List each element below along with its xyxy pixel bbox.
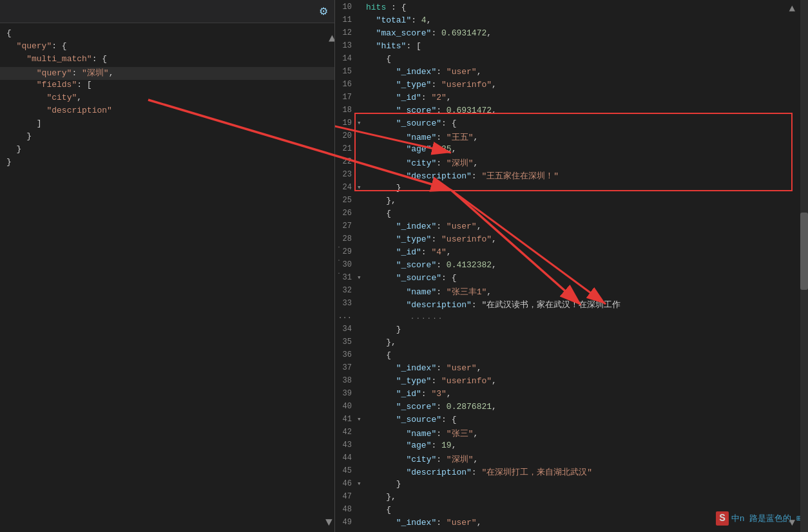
line-number: 24 bbox=[338, 183, 357, 192]
result-line: 21 "age": 35, bbox=[335, 144, 808, 157]
left-code-line: } bbox=[0, 157, 334, 170]
left-code-line: "query": "深圳", bbox=[0, 67, 334, 80]
result-line: 16 "_type": "userinfo", bbox=[335, 80, 808, 93]
result-line: 38 "_type": "userinfo", bbox=[335, 376, 808, 389]
line-content: "_source": { bbox=[366, 273, 805, 283]
line-content: "_type": "userinfo", bbox=[366, 376, 805, 386]
left-panel: ▲ ⚙ { "query": { "multi_match": { "query… bbox=[0, 0, 335, 532]
line-content: } bbox=[366, 325, 805, 334]
left-toolbar: ⚙ bbox=[0, 0, 334, 23]
line-number: 39 bbox=[338, 389, 357, 398]
fold-icon bbox=[357, 518, 366, 526]
scrollbar-track[interactable] bbox=[800, 0, 808, 532]
line-number: 28 bbox=[338, 234, 357, 243]
line-number: 46 bbox=[338, 479, 357, 488]
line-number: 21 bbox=[338, 144, 357, 153]
line-content: "age": 19, bbox=[366, 441, 805, 450]
result-line: 43 "age": 19, bbox=[335, 441, 808, 453]
fold-icon bbox=[357, 325, 366, 332]
line-content: "description": "在深圳打工，来自湖北武汉" bbox=[366, 466, 805, 478]
fold-icon[interactable]: ▾ bbox=[357, 273, 366, 281]
fold-icon bbox=[357, 196, 366, 204]
result-line: 15 "_index": "user", bbox=[335, 67, 808, 80]
line-content: "_source": { bbox=[366, 119, 805, 128]
line-number: 19 bbox=[338, 119, 357, 128]
result-line: 23 "description": "王五家住在深圳！" bbox=[335, 170, 808, 183]
main-container: ▲ ⚙ { "query": { "multi_match": { "query… bbox=[0, 0, 808, 532]
line-content: "city": "深圳", bbox=[366, 157, 805, 169]
line-number: 12 bbox=[338, 28, 357, 37]
fold-icon bbox=[357, 505, 366, 513]
fold-icon[interactable]: ▾ bbox=[357, 415, 366, 423]
left-code-line: "city", bbox=[0, 93, 334, 106]
result-line: 13 "hits": [ bbox=[335, 41, 808, 54]
fold-icon bbox=[357, 350, 366, 358]
scrollbar-thumb[interactable] bbox=[800, 213, 808, 290]
line-number: ... bbox=[338, 312, 357, 321]
fold-icon bbox=[357, 466, 366, 474]
settings-button[interactable]: ⚙ bbox=[319, 5, 328, 17]
fold-icon[interactable]: ▾ bbox=[357, 183, 366, 191]
line-number: 25 bbox=[338, 196, 357, 205]
fold-icon[interactable]: ▾ bbox=[357, 119, 366, 127]
line-number: 14 bbox=[338, 54, 357, 63]
divider-dots: · · · bbox=[334, 245, 343, 278]
line-number: 32 bbox=[338, 286, 357, 295]
right-code-area: 10 hits : {11 "total": 4,12 "max_score":… bbox=[335, 0, 808, 532]
fold-icon bbox=[357, 428, 366, 435]
line-number: 37 bbox=[338, 363, 357, 372]
fold-icon bbox=[357, 144, 366, 152]
fold-icon bbox=[357, 170, 366, 178]
fold-icon[interactable]: ▾ bbox=[357, 479, 366, 488]
fold-icon bbox=[357, 157, 366, 165]
line-content: "name": "王五", bbox=[366, 131, 805, 143]
fold-icon bbox=[357, 389, 366, 397]
result-line: 44 "city": "深圳", bbox=[335, 453, 808, 466]
line-content: "_source": { bbox=[366, 415, 805, 424]
line-content: "max_score": 0.6931472, bbox=[366, 28, 805, 38]
left-code-line: { bbox=[0, 28, 334, 41]
left-code-line: "description" bbox=[0, 106, 334, 119]
line-number: 43 bbox=[338, 441, 357, 450]
result-line: 32 "name": "张三丰1", bbox=[335, 286, 808, 299]
line-number: 22 bbox=[338, 157, 357, 166]
watermark-s-icon: S bbox=[716, 511, 729, 526]
result-line: ... ...... bbox=[335, 312, 808, 325]
line-number: 47 bbox=[338, 492, 357, 501]
line-number: 18 bbox=[338, 106, 357, 115]
result-line: 29 "_id": "4", bbox=[335, 247, 808, 260]
line-content: "_id": "4", bbox=[366, 247, 805, 257]
result-line: 33 "description": "在武汉读书，家在武汉！在深圳工作 bbox=[335, 299, 808, 312]
fold-icon bbox=[357, 15, 366, 23]
fold-icon bbox=[357, 492, 366, 500]
result-line: 47 }, bbox=[335, 492, 808, 505]
result-line: 37 "_index": "user", bbox=[335, 363, 808, 376]
line-number: 27 bbox=[338, 222, 357, 231]
line-number: 15 bbox=[338, 67, 357, 76]
result-line: 39 "_id": "3", bbox=[335, 389, 808, 402]
line-number: 44 bbox=[338, 453, 357, 462]
result-line: 36 { bbox=[335, 350, 808, 363]
fold-icon bbox=[357, 247, 366, 255]
result-line: 20 "name": "王五", bbox=[335, 131, 808, 144]
result-line: 11 "total": 4, bbox=[335, 15, 808, 28]
fold-icon bbox=[357, 286, 366, 294]
line-content: { bbox=[366, 350, 805, 360]
fold-icon bbox=[357, 260, 366, 268]
line-content: "total": 4, bbox=[366, 15, 805, 25]
line-content: }, bbox=[366, 492, 805, 502]
result-line: 19▾ "_source": { bbox=[335, 119, 808, 131]
line-number: 35 bbox=[338, 337, 357, 347]
result-line: 26 { bbox=[335, 209, 808, 222]
fold-icon bbox=[357, 441, 366, 448]
right-panel: ▲ 10 hits : {11 "total": 4,12 "max_score… bbox=[335, 0, 808, 532]
result-line: 17 "_id": "2", bbox=[335, 93, 808, 106]
result-line: 25 }, bbox=[335, 196, 808, 209]
left-code-area: { "query": { "multi_match": { "query": "… bbox=[0, 23, 334, 532]
line-number: 11 bbox=[338, 15, 357, 24]
fold-icon bbox=[357, 299, 366, 307]
fold-icon bbox=[357, 363, 366, 371]
line-number: 23 bbox=[338, 170, 357, 179]
line-number: 16 bbox=[338, 80, 357, 89]
result-line: 24▾ } bbox=[335, 183, 808, 196]
